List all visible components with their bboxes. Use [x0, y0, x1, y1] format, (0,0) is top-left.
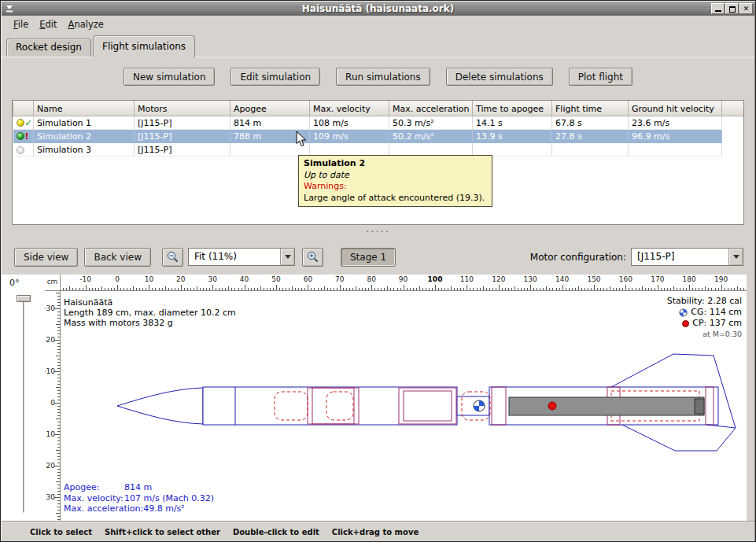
column-header-ground-hit-velocity[interactable]: Ground hit velocity: [629, 101, 722, 116]
rocket-drawing[interactable]: Haisunäätä Length 189 cm, max. diameter …: [61, 291, 747, 521]
menu-file[interactable]: File: [8, 17, 34, 32]
zoom-select[interactable]: Fit (11%): [188, 248, 295, 266]
tooltip-status: Up to date: [304, 170, 487, 182]
motor-configuration-select[interactable]: [J115-P]: [631, 248, 743, 266]
rotation-slider-track[interactable]: [23, 300, 25, 513]
rocket-info: Haisunäätä Length 189 cm, max. diameter …: [64, 297, 236, 328]
minimize-icon: [715, 10, 721, 12]
column-header-max-acceleration[interactable]: Max. acceleration: [389, 101, 473, 116]
app-icon: [5, 4, 14, 13]
column-header-flight-time[interactable]: Flight time: [552, 101, 629, 116]
stability-caliber: Stability: 2.28 cal: [667, 296, 742, 307]
apogee-label: Apogee:: [64, 482, 124, 493]
cell-motors[interactable]: [J115-P]: [135, 130, 230, 143]
chevron-down-icon: [733, 255, 739, 259]
menu-edit[interactable]: Edit: [34, 17, 62, 32]
flight-data-overlay: Apogee:814 m Max. velocity:107 m/s (Mach…: [64, 482, 214, 514]
split-pane-divider[interactable]: ·····: [2, 227, 754, 239]
cell-ground-hit-velocity[interactable]: 96.9 m/s: [629, 130, 722, 143]
status-hint: Click+drag to move: [332, 528, 419, 536]
cell-max-velocity[interactable]: 108 m/s: [310, 116, 389, 130]
maximize-button[interactable]: [725, 3, 739, 14]
cell-motors[interactable]: [J115-P]: [135, 143, 230, 157]
cell-name[interactable]: Simulation 1: [34, 116, 135, 130]
zoom-out-button[interactable]: [162, 248, 183, 267]
close-button[interactable]: ✕: [739, 3, 753, 14]
cell-time-to-apogee[interactable]: 14.1 s: [473, 116, 552, 130]
cell-name[interactable]: Simulation 3: [34, 143, 135, 157]
ruler-unit-label: cm: [45, 275, 61, 291]
cp-marker: [548, 402, 556, 410]
column-header-apogee[interactable]: Apogee: [230, 101, 310, 116]
cell-flight-time[interactable]: 67.8 s: [552, 116, 629, 130]
nose-cone: [117, 388, 203, 424]
cell-ground-hit-velocity[interactable]: 23.6 m/s: [629, 116, 722, 130]
cell-max-velocity[interactable]: 109 m/s: [310, 130, 389, 143]
sim-buttons: New simulationEdit simulationRun simulat…: [2, 68, 754, 86]
run-simulations-button[interactable]: Run simulations: [336, 68, 430, 86]
column-header-filler: [722, 101, 744, 116]
cg-marker: [474, 400, 485, 411]
tab-flight-simulations[interactable]: Flight simulations: [93, 35, 195, 57]
splitter-grip-icon[interactable]: ·····: [366, 226, 390, 238]
minimize-button[interactable]: [711, 3, 725, 14]
max-acceleration-value: 49.8 m/s²: [143, 503, 185, 514]
statusbar: Click to selectShift+click to select oth…: [2, 522, 754, 541]
stability-mach: at M=0.30: [667, 329, 742, 340]
cell-ground-hit-velocity[interactable]: [629, 143, 722, 157]
motor-configuration-arrow[interactable]: [728, 249, 743, 265]
titlebar[interactable]: Haisunäätä (haisunaata.ork) ✕: [2, 2, 754, 16]
menu-analyze[interactable]: Analyze: [63, 17, 109, 32]
cell-flight-time[interactable]: 27.8 s: [552, 130, 629, 143]
cell-status: !: [13, 130, 34, 143]
cell-apogee[interactable]: 814 m: [230, 116, 310, 130]
tooltip-warnings-label: Warnings:: [304, 181, 487, 193]
plot-flight-button[interactable]: Plot flight: [569, 68, 632, 86]
table-row-simulation-2[interactable]: !Simulation 2[J115-P]788 m109 m/s50.2 m/…: [13, 130, 744, 143]
max-acceleration-label: Max. acceleration:: [64, 503, 143, 514]
status-check-icon: ✓: [25, 118, 32, 128]
new-simulation-button[interactable]: New simulation: [124, 68, 216, 86]
zoom-select-value: Fit (11%): [189, 249, 280, 265]
side-view-button[interactable]: Side view: [14, 248, 78, 267]
tab-rocket-design[interactable]: Rocket design: [6, 39, 91, 57]
chevron-down-icon: [285, 255, 291, 259]
cp-value: CP: 137 cm: [692, 318, 742, 329]
cell-name[interactable]: Simulation 2: [34, 130, 135, 143]
table-row-simulation-1[interactable]: ✓Simulation 1[J115-P]814 m108 m/s50.3 m/…: [13, 116, 744, 130]
cell-flight-time[interactable]: [552, 143, 629, 157]
column-header-time-to-apogee[interactable]: Time to apogee: [473, 101, 552, 116]
app-window: Haisunäätä (haisunaata.ork) ✕ FileEditAn…: [0, 0, 756, 542]
stage-1-toggle[interactable]: Stage 1: [341, 248, 396, 267]
column-header-name[interactable]: Name: [34, 101, 135, 116]
back-view-button[interactable]: Back view: [84, 248, 151, 267]
column-header-status[interactable]: [13, 101, 34, 116]
delete-simulations-button[interactable]: Delete simulations: [446, 68, 553, 86]
cell-time-to-apogee[interactable]: 13.9 s: [473, 130, 552, 143]
cg-icon: [679, 308, 688, 317]
cell-max-acceleration[interactable]: [389, 143, 473, 157]
simulation-tooltip: Simulation 2 Up to date Warnings: Large …: [298, 155, 492, 207]
motor-nozzle: [695, 399, 704, 414]
cell-time-to-apogee[interactable]: [473, 143, 552, 157]
zoom-select-arrow[interactable]: [280, 249, 294, 265]
column-header-max-velocity[interactable]: Max. velocity: [310, 101, 389, 116]
menubar: FileEditAnalyze: [2, 16, 754, 33]
cell-max-velocity[interactable]: [310, 143, 389, 157]
window-title: Haisunäätä (haisunaata.ork): [2, 3, 754, 14]
close-icon: ✕: [743, 4, 750, 13]
rotation-slider-handle[interactable]: [17, 295, 31, 302]
column-header-motors[interactable]: Motors: [135, 101, 230, 116]
rotation-slider[interactable]: [16, 295, 31, 513]
cell-max-acceleration[interactable]: 50.3 m/s²: [389, 116, 473, 130]
rocket-mass: Mass with motors 3832 g: [64, 318, 236, 328]
rocket-dimensions: Length 189 cm, max. diameter 10.2 cm: [64, 308, 236, 318]
edit-simulation-button[interactable]: Edit simulation: [230, 68, 320, 86]
zoom-in-button[interactable]: [302, 248, 323, 267]
maximize-icon: [729, 6, 736, 13]
cp-icon: [682, 320, 689, 327]
table-row-simulation-3[interactable]: Simulation 3[J115-P]: [13, 143, 744, 157]
tabbar: Rocket designFlight simulations: [2, 33, 754, 57]
cell-max-acceleration[interactable]: 50.2 m/s²: [389, 130, 473, 143]
cell-motors[interactable]: [J115-P]: [135, 116, 230, 130]
